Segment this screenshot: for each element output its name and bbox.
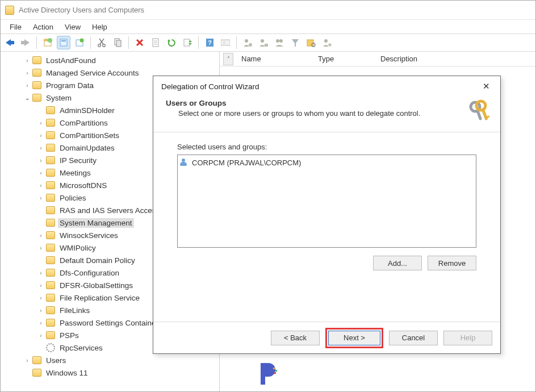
user-add-icon[interactable] bbox=[320, 36, 334, 49]
folder-icon bbox=[32, 56, 41, 64]
copy-icon[interactable] bbox=[111, 36, 124, 49]
dialog-body: Selected users and groups: CORPCM (PRAJW… bbox=[153, 132, 500, 322]
dialog-footer: < Back Next > Cancel Help bbox=[153, 322, 500, 353]
svg-rect-41 bbox=[273, 368, 275, 369]
new-container-icon[interactable] bbox=[41, 36, 55, 49]
export-icon[interactable] bbox=[181, 36, 194, 49]
scroll-up-icon[interactable]: ˄ bbox=[223, 53, 233, 65]
selected-users-listbox[interactable]: CORPCM (PRAJWAL\CORPCM) bbox=[177, 155, 476, 248]
svg-point-33 bbox=[276, 39, 279, 43]
tree-item[interactable]: Password Settings Container bbox=[58, 318, 160, 328]
svg-point-38 bbox=[324, 39, 328, 43]
folder-icon bbox=[32, 356, 41, 364]
find-icon[interactable] bbox=[304, 36, 318, 49]
svg-rect-43 bbox=[274, 372, 276, 374]
properties-icon[interactable] bbox=[57, 36, 70, 49]
svg-marker-1 bbox=[21, 39, 30, 46]
tree-item[interactable]: Windows 11 bbox=[44, 368, 90, 378]
tree-item[interactable]: File Replication Service bbox=[58, 293, 141, 303]
svg-line-10 bbox=[100, 39, 104, 44]
svg-point-8 bbox=[80, 39, 84, 43]
tree-item[interactable]: System bbox=[44, 93, 73, 103]
menu-file[interactable]: File bbox=[4, 22, 27, 32]
folder-icon bbox=[46, 231, 55, 239]
dialog-heading: Users or Groups bbox=[166, 99, 227, 107]
folder-icon bbox=[46, 244, 55, 252]
tree-item-selected[interactable]: System Management bbox=[58, 218, 134, 228]
folder-icon bbox=[32, 81, 41, 89]
menu-view[interactable]: View bbox=[59, 22, 86, 32]
tree-item[interactable]: Dfs-Configuration bbox=[58, 268, 121, 278]
filter-icon[interactable] bbox=[219, 36, 232, 49]
close-icon[interactable]: ✕ bbox=[478, 80, 495, 93]
tree-item[interactable]: ComPartitions bbox=[58, 118, 110, 128]
back-button[interactable]: < Back bbox=[271, 331, 320, 345]
tree-item[interactable]: WMIPolicy bbox=[58, 243, 98, 253]
folder-icon bbox=[46, 169, 55, 177]
user-icon bbox=[179, 159, 189, 166]
delete-icon[interactable] bbox=[133, 36, 146, 49]
tree-item[interactable]: RpcServices bbox=[58, 343, 104, 353]
col-description[interactable]: Description bbox=[380, 55, 417, 63]
user-tool-icon-2[interactable] bbox=[257, 36, 270, 49]
tree-item[interactable]: ComPartitionSets bbox=[58, 131, 121, 140]
user-tool-icon-1[interactable] bbox=[241, 36, 254, 49]
tree-item[interactable]: AdminSDHolder bbox=[58, 106, 116, 115]
highlight-frame: Next > bbox=[325, 328, 383, 348]
cancel-button[interactable]: Cancel bbox=[389, 331, 438, 345]
svg-rect-14 bbox=[116, 40, 121, 47]
tree-item[interactable]: DFSR-GlobalSettings bbox=[58, 281, 135, 290]
help-icon[interactable]: ? bbox=[203, 36, 216, 49]
tree-item[interactable]: RAS and IAS Servers Access bbox=[58, 206, 161, 215]
dialog-header: Users or Groups Select one or more users… bbox=[153, 97, 500, 132]
folder-icon bbox=[32, 369, 41, 377]
svg-marker-21 bbox=[168, 39, 170, 41]
tree-item[interactable]: Managed Service Accounts bbox=[44, 68, 141, 78]
tree-item[interactable]: FileLinks bbox=[58, 306, 91, 315]
next-button[interactable]: Next > bbox=[328, 331, 380, 345]
list-item-label: CORPCM (PRAJWAL\CORPCM) bbox=[192, 159, 301, 167]
folder-icon bbox=[46, 219, 55, 227]
tree-item[interactable]: PSPs bbox=[58, 331, 81, 340]
tree-item[interactable]: LostAndFound bbox=[44, 56, 98, 65]
app-icon bbox=[5, 6, 14, 15]
col-name[interactable]: Name bbox=[241, 55, 318, 63]
back-icon[interactable] bbox=[3, 36, 16, 49]
folder-icon bbox=[46, 131, 55, 139]
tree-item[interactable]: IP Security bbox=[58, 156, 98, 165]
folder-icon bbox=[46, 156, 55, 164]
keys-icon bbox=[467, 99, 492, 124]
menu-help[interactable]: Help bbox=[86, 22, 113, 32]
dialog-subheading: Select one or more users or groups to wh… bbox=[166, 109, 420, 118]
group-tool-icon[interactable] bbox=[273, 36, 286, 49]
tree-item[interactable]: Policies bbox=[58, 193, 88, 203]
tree-item[interactable]: MicrosoftDNS bbox=[58, 181, 108, 190]
folder-icon bbox=[32, 69, 41, 77]
cut-icon[interactable] bbox=[95, 36, 108, 49]
folder-icon bbox=[46, 306, 55, 314]
forward-icon[interactable] bbox=[19, 36, 32, 49]
remove-button[interactable]: Remove bbox=[428, 256, 476, 270]
tree-item[interactable]: Users bbox=[44, 356, 68, 365]
window-titlebar: Active Directory Users and Computers bbox=[1, 1, 535, 20]
refresh-list-icon[interactable] bbox=[73, 36, 86, 49]
funnel-icon[interactable] bbox=[288, 36, 302, 49]
folder-icon bbox=[46, 269, 55, 277]
svg-rect-32 bbox=[265, 44, 268, 47]
svg-rect-28 bbox=[223, 40, 225, 45]
col-type[interactable]: Type bbox=[318, 55, 380, 63]
tree-item[interactable]: DomainUpdates bbox=[58, 143, 116, 153]
tree-item[interactable]: WinsockServices bbox=[58, 231, 120, 240]
dialog-titlebar[interactable]: Delegation of Control Wizard ✕ bbox=[153, 76, 500, 97]
list-item[interactable]: CORPCM (PRAJWAL\CORPCM) bbox=[179, 157, 474, 168]
svg-rect-22 bbox=[184, 39, 190, 46]
add-button[interactable]: Add... bbox=[373, 256, 422, 270]
page-icon[interactable] bbox=[149, 36, 162, 49]
tree-item[interactable]: Program Data bbox=[44, 81, 95, 90]
menu-action[interactable]: Action bbox=[27, 22, 59, 32]
tree-item[interactable]: Meetings bbox=[58, 168, 93, 178]
tree-item[interactable]: Default Domain Policy bbox=[58, 256, 137, 265]
folder-icon bbox=[32, 94, 41, 102]
refresh-icon[interactable] bbox=[165, 36, 178, 49]
help-button: Help bbox=[443, 331, 492, 345]
